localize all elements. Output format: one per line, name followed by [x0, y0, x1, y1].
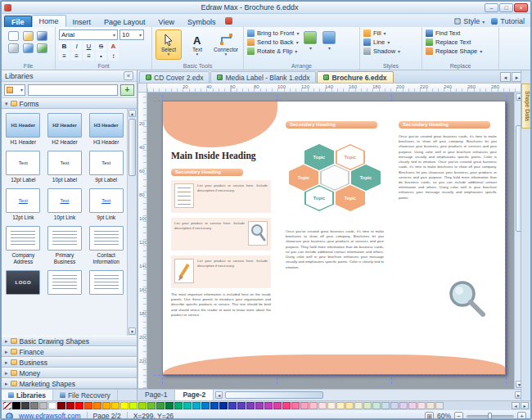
color-swatch[interactable] [75, 402, 83, 409]
color-swatch[interactable] [165, 402, 174, 409]
magnifier-graphic[interactable] [446, 278, 489, 320]
line-spacing-icon[interactable]: ↕ [108, 52, 119, 61]
library-shape-12pt-label[interactable]: Text12pt Label [3, 148, 43, 183]
color-swatch[interactable] [381, 402, 390, 409]
library-shape-9pt-link[interactable]: Text9pt Link [86, 186, 126, 220]
undo-icon[interactable] [23, 43, 34, 53]
color-swatch[interactable] [21, 402, 29, 409]
topic-hexagon-ne[interactable]: Topic [336, 144, 365, 170]
color-swatch[interactable] [300, 402, 309, 409]
library-section-money[interactable]: ▸Money [2, 368, 137, 378]
library-shape-h2-header[interactable]: H2 HeaderH2 Header [45, 111, 85, 145]
minimize-button[interactable]: – [485, 3, 498, 12]
topbar-tutorial-button[interactable]: Tutorial [491, 17, 525, 25]
ribbon-tab-insert[interactable]: Insert [66, 16, 98, 27]
save-icon[interactable] [37, 31, 47, 41]
page-tab-page-1[interactable]: Page-1 [138, 390, 175, 400]
zoom-slider[interactable] [467, 415, 514, 418]
palette-scroll-left-button[interactable]: ◂ [512, 402, 520, 409]
library-shape-10pt-label[interactable]: Text10pt Label [45, 148, 85, 183]
color-swatch[interactable] [120, 402, 128, 409]
color-swatch[interactable] [39, 402, 47, 409]
topic-hexagon-se[interactable]: Topic [336, 185, 365, 211]
color-swatch[interactable] [318, 402, 327, 409]
secondary-heading-left[interactable]: Secondary Heading [171, 169, 243, 176]
color-swatch[interactable] [93, 402, 101, 409]
color-swatch[interactable] [291, 402, 300, 409]
open-icon[interactable] [23, 31, 34, 41]
print-icon[interactable] [8, 43, 19, 53]
shadow-button[interactable]: Shadow▾ [363, 47, 418, 55]
library-shape-contact-information[interactable]: Contact Information [86, 224, 126, 264]
color-swatch[interactable] [336, 402, 345, 409]
palette-scroll-right-button[interactable]: ▸ [521, 402, 529, 409]
tab-scroll-left-button[interactable]: ◂ [500, 72, 511, 82]
color-swatch[interactable] [174, 402, 183, 409]
panel-tab-libraries[interactable]: Libraries [2, 390, 53, 400]
color-swatch[interactable] [282, 402, 291, 409]
italic-icon[interactable]: I [71, 42, 82, 51]
document-tab-brochure-6-eddx[interactable]: Brochure 6.eddx [317, 71, 393, 83]
topic-hexagon-sw[interactable]: Topic [304, 185, 334, 211]
send-to-back-button[interactable]: Send to Back▾ [247, 38, 299, 46]
font-family-select[interactable]: Arial▾ [59, 29, 118, 40]
bold-icon[interactable]: B [59, 42, 70, 51]
color-swatch[interactable] [57, 402, 65, 409]
replace-text-button[interactable]: Replace Text [426, 38, 495, 46]
brochure-page[interactable]: Main Inside Heading Secondary Heading Li… [162, 101, 506, 375]
drawing-canvas[interactable]: Main Inside Heading Secondary Heading Li… [147, 93, 514, 389]
color-swatch[interactable] [273, 402, 282, 409]
library-shape-primary-business[interactable]: Primary Business [45, 224, 85, 264]
scroll-down-icon[interactable]: ▾ [128, 327, 136, 335]
library-shape-h3-header[interactable]: H3 HeaderH3 Header [86, 111, 126, 145]
document-tab-media-label-blank-1-eddx[interactable]: Media Label - Blank 1.eddx [210, 71, 316, 83]
zoom-in-button[interactable]: + [517, 412, 526, 420]
scroll-left-icon[interactable]: ◂ [215, 391, 223, 399]
zoom-out-button[interactable]: − [454, 412, 463, 420]
library-filter-dropdown[interactable]: ▾ [4, 84, 25, 96]
brochure-footer-shape[interactable] [163, 355, 505, 374]
color-swatch[interactable] [201, 402, 210, 409]
strikethrough-icon[interactable]: S [96, 42, 106, 51]
distribute-button[interactable]: ▾ [321, 31, 337, 55]
color-swatch[interactable] [255, 402, 264, 409]
secondary-heading-right[interactable]: Secondary Heading [399, 121, 490, 129]
align-center-icon[interactable]: ≡ [71, 52, 82, 61]
bullets-icon[interactable]: • [96, 52, 106, 61]
middle-panel-body-text[interactable]: Once you've created great business cards… [286, 229, 384, 303]
library-shape-logo[interactable]: LOGO [3, 268, 43, 302]
help-badge-icon[interactable] [225, 17, 232, 25]
close-button[interactable]: × [514, 3, 528, 12]
topic-hexagon-c[interactable] [320, 165, 349, 191]
zoom-slider-thumb[interactable] [488, 413, 492, 420]
left-panel-body-text[interactable]: The most important information is includ… [171, 292, 271, 351]
color-swatch[interactable] [156, 402, 165, 409]
ribbon-tab-home[interactable]: Home [32, 15, 66, 27]
library-search-input[interactable] [28, 84, 118, 96]
color-swatch[interactable] [327, 402, 336, 409]
ribbon-tab-file[interactable]: File [4, 16, 32, 27]
main-inside-heading[interactable]: Main Inside Heading [171, 151, 256, 160]
no-fill-swatch[interactable] [3, 402, 11, 409]
document-tab-cd-cover-2-edx[interactable]: CD Cover 2.edx [139, 71, 210, 83]
color-swatch[interactable] [138, 402, 147, 409]
fill-button[interactable]: Fill▾ [363, 29, 418, 37]
panel-tab-file-recovery[interactable]: File Recovery [53, 390, 118, 400]
color-swatch[interactable] [12, 402, 20, 409]
library-section-finance[interactable]: ▸Finance [2, 346, 137, 357]
product-service-block[interactable]: List your product or service here. Inclu… [171, 218, 271, 251]
redo-icon[interactable] [37, 43, 47, 53]
new-icon[interactable] [8, 31, 19, 41]
color-swatch[interactable] [147, 402, 156, 409]
product-service-block[interactable]: List your product or service here. Inclu… [171, 255, 271, 288]
color-swatch[interactable] [111, 402, 119, 409]
library-shape-company-address[interactable]: Company Address [3, 224, 43, 264]
color-swatch[interactable] [192, 402, 201, 409]
color-swatch[interactable] [390, 402, 399, 409]
ribbon-tab-symbols[interactable]: Symbols [181, 16, 223, 27]
library-shape-lines[interactable] [86, 268, 126, 302]
text-tool-button[interactable]: AText▾ [184, 29, 210, 60]
library-section-basic-drawing-shapes[interactable]: ▸Basic Drawing Shapes [2, 336, 137, 346]
underline-icon[interactable]: U [83, 42, 94, 51]
ribbon-tab-page-layout[interactable]: Page Layout [97, 16, 152, 27]
